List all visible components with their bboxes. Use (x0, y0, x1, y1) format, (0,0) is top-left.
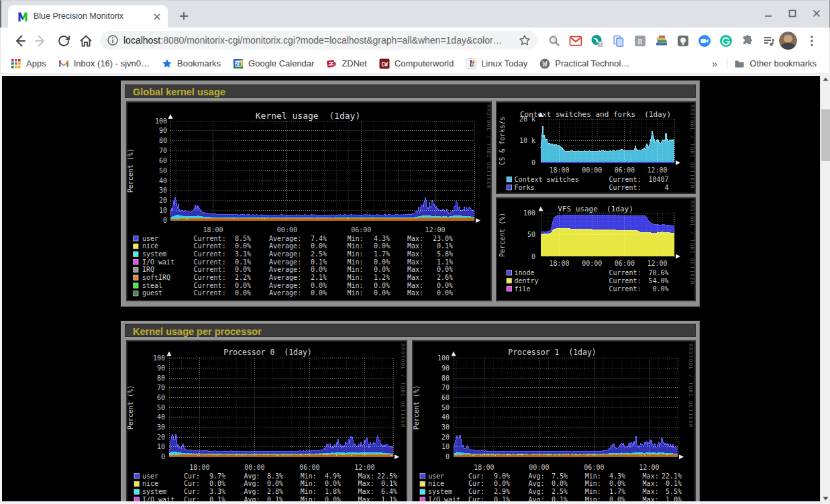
svg-text:70: 70 (159, 147, 167, 154)
bookmark-item[interactable]: CWComputerworld (373, 56, 460, 72)
svg-text:Max:: Max: (407, 242, 423, 250)
svg-text:10: 10 (157, 443, 165, 450)
minimize-icon[interactable] (764, 9, 773, 21)
svg-text:R: R (638, 37, 643, 46)
scrollbar-thumb[interactable] (821, 109, 830, 161)
svg-text:Min:: Min: (585, 496, 601, 501)
monitorix-page: Global kernel usage Kernel usage (1day)0… (2, 76, 820, 501)
svg-text:Current:: Current: (194, 250, 226, 258)
other-bookmarks-button[interactable]: Other bookmarks (730, 58, 829, 69)
svg-text:12:00: 12:00 (647, 260, 668, 267)
svg-text:50: 50 (442, 404, 450, 411)
kernel-usage-graph[interactable]: Kernel usage (1day)010203040506070809010… (126, 101, 492, 301)
books-icon[interactable] (655, 34, 668, 48)
svg-text:0.1%: 0.1% (235, 258, 251, 266)
scroll-down-icon[interactable] (821, 493, 830, 503)
svg-text:20: 20 (159, 197, 167, 204)
bookmark-item[interactable]: WPractical Technol… (533, 56, 635, 72)
bookmark-item[interactable]: Apps (5, 56, 52, 72)
svg-text:8.5%: 8.5% (235, 235, 251, 242)
zoom-icon[interactable] (698, 34, 711, 48)
svg-text:20: 20 (157, 434, 165, 441)
profile-avatar[interactable] (779, 32, 797, 50)
bookmark-item[interactable]: Inbox (16) - sjvn0… (52, 56, 156, 72)
bookmark-label: Linux Today (481, 58, 527, 68)
tab-strip: Blue Precision Monitorix (0, 0, 830, 28)
page-info-icon[interactable] (107, 34, 119, 46)
bookmark-label: Inbox (16) - sjvn0… (74, 58, 150, 68)
grammarly-icon[interactable] (719, 34, 733, 48)
svg-text:06:00: 06:00 (615, 166, 635, 174)
svg-text:Current:: Current: (609, 176, 641, 183)
copy-icon[interactable] (612, 34, 625, 48)
svg-text:10 k: 10 k (519, 137, 535, 144)
svg-text:4: 4 (664, 184, 668, 191)
r-icon[interactable]: R (633, 34, 647, 48)
svg-text:90: 90 (157, 364, 165, 372)
svg-text:Current:: Current: (194, 235, 226, 242)
bookmark-item[interactable]: ZDNet (320, 56, 373, 72)
tab-blue-precision-monitorix[interactable]: Blue Precision Monitorix (8, 5, 168, 28)
svg-text:0.0%: 0.0% (235, 282, 251, 289)
forward-icon[interactable] (32, 32, 50, 50)
bookmark-label: Bookmarks (177, 58, 221, 68)
back-icon[interactable] (11, 32, 28, 50)
svg-text:Max:: Max: (358, 472, 374, 480)
vfs-usage-graph[interactable]: VFS usage (1day)05010018:0000:0006:0012:… (496, 197, 696, 301)
bookmark-item[interactable]: 28Google Calendar (227, 56, 320, 72)
svg-text:0.1%: 0.1% (209, 496, 225, 501)
svg-text:0: 0 (163, 217, 167, 224)
svg-text:Percent (%): Percent (%) (127, 385, 134, 430)
svg-text:0.1%: 0.1% (437, 242, 453, 250)
gmail-classic-icon[interactable] (569, 34, 582, 48)
bookmark-star-icon[interactable] (519, 34, 531, 46)
close-window-icon[interactable] (812, 9, 821, 21)
home-icon[interactable] (77, 32, 95, 50)
svg-text:80: 80 (442, 374, 450, 382)
browser-menu-icon[interactable] (807, 32, 817, 50)
context-switches-graph[interactable]: Context switches and forks (1day)010 k20… (496, 101, 696, 194)
svg-text:0.1%: 0.1% (666, 480, 682, 487)
bookmark-item[interactable]: ltLinux Today (460, 56, 533, 72)
bookmark-label: Google Calendar (248, 58, 314, 68)
maximize-icon[interactable] (788, 9, 797, 21)
bookmarks-overflow-chevron[interactable]: » (705, 58, 724, 69)
svg-text:50: 50 (159, 167, 167, 174)
svg-text:Context switches and forks (1: Context switches and forks (1day) (520, 110, 671, 119)
svg-text:Average:: Average: (269, 266, 301, 273)
svg-text:10: 10 (442, 443, 450, 450)
svg-text:Average:: Average: (269, 289, 301, 297)
svg-text:Current:: Current: (194, 289, 226, 297)
linuxtoday-icon: lt (466, 58, 476, 69)
bookmark-item[interactable]: Bookmarks (156, 56, 227, 72)
svg-text:4.3%: 4.3% (609, 472, 625, 480)
processor-1-graph[interactable]: Processor 1 (1day)0102030405060708090100… (412, 340, 696, 501)
svg-text:06:00: 06:00 (615, 260, 635, 267)
svg-text:user: user (142, 472, 158, 480)
scroll-up-icon[interactable] (821, 74, 830, 85)
processor-0-graph[interactable]: Processor 0 (1day)0102030405060708090100… (126, 340, 407, 501)
voice-icon[interactable]: ? (590, 34, 604, 48)
puzzle-icon[interactable] (741, 34, 754, 48)
svg-text:0: 0 (446, 453, 450, 460)
svg-text:Max:: Max: (358, 488, 374, 495)
new-tab-button[interactable] (174, 7, 193, 26)
reload-icon[interactable] (55, 32, 72, 50)
svg-text:Average:: Average: (269, 258, 301, 266)
search-icon[interactable] (548, 34, 561, 48)
svg-text:Max:: Max: (407, 235, 423, 242)
svg-text:Avg:: Avg: (244, 496, 260, 501)
tab-close-icon[interactable] (152, 11, 162, 22)
svg-text:0.0%: 0.0% (609, 480, 625, 487)
svg-text:Avg:: Avg: (529, 480, 545, 487)
svg-text:Percent (%): Percent (%) (499, 213, 506, 257)
address-bar[interactable]: localhost:8080/monitorix-cgi/monitorix.c… (100, 31, 537, 50)
pocket-icon[interactable] (676, 34, 690, 48)
vertical-scrollbar[interactable] (820, 74, 830, 504)
playlist-icon[interactable] (762, 34, 776, 48)
svg-text:80: 80 (159, 137, 167, 144)
svg-text:Max:: Max: (358, 480, 374, 487)
svg-text:Max:: Max: (643, 488, 659, 495)
url-text[interactable]: localhost:8080/monitorix-cgi/monitorix.c… (123, 35, 503, 46)
svg-text:0.0%: 0.0% (235, 289, 251, 297)
